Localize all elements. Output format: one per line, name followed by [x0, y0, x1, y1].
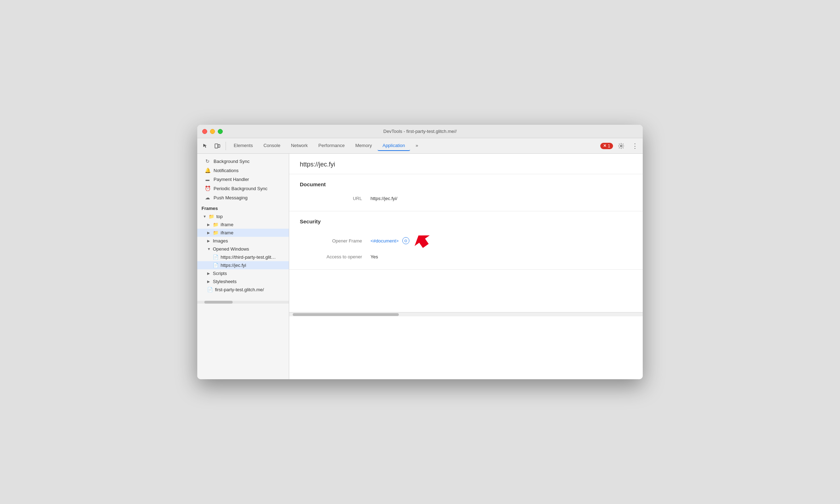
- frames-section-label: Frames: [197, 202, 289, 212]
- content-area: ↻ Background Sync 🔔 Notifications ▬ Paym…: [197, 154, 643, 379]
- settings-button[interactable]: [616, 141, 626, 151]
- traffic-lights: [202, 129, 223, 134]
- tab-console[interactable]: Console: [258, 141, 285, 151]
- tab-application[interactable]: Application: [378, 141, 410, 151]
- toolbar-right: ✕ 1 ⋮: [600, 141, 640, 151]
- code-icon[interactable]: ⊙: [402, 237, 409, 244]
- tree-label: Scripts: [213, 271, 227, 276]
- arrow-down-icon: ▼: [207, 247, 211, 251]
- access-to-opener-row: Access to opener Yes: [300, 251, 632, 262]
- page-icon: 📄: [207, 287, 213, 292]
- tree-label: https://third-party-test.glitch.me/po: [221, 254, 277, 260]
- arrow-down-icon: ▼: [203, 215, 206, 218]
- tree-item-stylesheets[interactable]: ▶ Stylesheets: [197, 277, 289, 286]
- sidebar: ↻ Background Sync 🔔 Notifications ▬ Paym…: [197, 154, 289, 379]
- tree-item-opened-windows[interactable]: ▼ Opened Windows: [197, 245, 289, 253]
- maximize-button[interactable]: [218, 129, 223, 134]
- folder-icon: 📁: [209, 214, 214, 219]
- tree-item-top[interactable]: ▼ 📁 top: [197, 212, 289, 221]
- tab-network[interactable]: Network: [286, 141, 313, 151]
- tree-item-ow2[interactable]: 📄 https://jec.fyi: [197, 261, 289, 269]
- minimize-button[interactable]: [210, 129, 215, 134]
- tab-performance[interactable]: Performance: [314, 141, 350, 151]
- opener-frame-row: Opener Frame <#document> ⊙: [300, 230, 632, 251]
- security-section: Security Opener Frame <#document> ⊙ Acce…: [289, 211, 643, 270]
- sidebar-item-label: Push Messaging: [214, 195, 247, 200]
- push-messaging-icon: ☁: [204, 195, 211, 200]
- page-icon: 📄: [213, 263, 218, 268]
- sidebar-item-push-messaging[interactable]: ☁ Push Messaging: [197, 193, 289, 202]
- close-button[interactable]: [202, 129, 207, 134]
- arrow-right-icon: ▶: [207, 271, 211, 275]
- main-panel: https://jec.fyi Document URL https://jec…: [289, 154, 643, 379]
- sidebar-scrollbar-thumb[interactable]: [204, 301, 233, 304]
- arrow-right-icon: ▶: [207, 223, 211, 227]
- sidebar-item-notifications[interactable]: 🔔 Notifications: [197, 166, 289, 175]
- device-toolbar-button[interactable]: [212, 141, 223, 151]
- tree-label: first-party-test.glitch.me/: [215, 287, 264, 292]
- devtools-window: DevTools - first-party-test.glitch.me// …: [197, 125, 643, 379]
- error-count: 1: [608, 143, 610, 148]
- notifications-icon: 🔔: [204, 168, 211, 173]
- tab-navigation: Elements Console Network Performance Mem…: [229, 141, 599, 151]
- document-section-title: Document: [300, 181, 632, 187]
- tree-label: iframe: [221, 230, 233, 235]
- sidebar-item-periodic-bg-sync[interactable]: ⏰ Periodic Background Sync: [197, 184, 289, 193]
- tab-elements[interactable]: Elements: [229, 141, 258, 151]
- window-title: DevTools - first-party-test.glitch.me//: [383, 129, 456, 134]
- periodic-sync-icon: ⏰: [204, 186, 211, 191]
- toolbar-divider: [226, 142, 226, 150]
- tree-label: https://jec.fyi: [221, 263, 246, 268]
- opener-frame-link[interactable]: <#document>: [371, 238, 399, 244]
- tree-label: top: [216, 214, 223, 219]
- access-to-opener-label: Access to opener: [300, 254, 371, 259]
- tree-item-scripts[interactable]: ▶ Scripts: [197, 269, 289, 277]
- tree-label: Stylesheets: [213, 279, 237, 284]
- sidebar-item-background-sync[interactable]: ↻ Background Sync: [197, 157, 289, 166]
- error-badge[interactable]: ✕ 1: [600, 143, 613, 149]
- svg-rect-1: [218, 145, 220, 147]
- tree-item-iframe2[interactable]: ▶ 📁 iframe: [197, 229, 289, 237]
- red-arrow-annotation: [413, 233, 431, 248]
- sidebar-item-label: Notifications: [214, 168, 239, 173]
- tree-item-first-party[interactable]: 📄 first-party-test.glitch.me/: [197, 286, 289, 294]
- main-url-header: https://jec.fyi: [289, 154, 643, 174]
- svg-rect-0: [215, 144, 218, 148]
- sidebar-item-label: Background Sync: [214, 159, 250, 164]
- tree-item-images[interactable]: ▶ Images: [197, 237, 289, 245]
- arrow-right-icon: ▶: [207, 280, 211, 283]
- tab-memory[interactable]: Memory: [350, 141, 377, 151]
- arrow-right-icon: ▶: [207, 231, 211, 235]
- error-icon: ✕: [603, 143, 606, 148]
- tree-label: iframe: [221, 222, 233, 227]
- security-section-title: Security: [300, 218, 632, 224]
- url-field-value: https://jec.fyi/: [371, 196, 397, 201]
- main-scrollbar-thumb[interactable]: [293, 313, 399, 316]
- opener-frame-value-area: <#document> ⊙: [371, 233, 431, 248]
- folder-icon: 📁: [213, 222, 218, 227]
- tree-label: Opened Windows: [213, 246, 249, 252]
- inspect-element-button[interactable]: [200, 141, 211, 151]
- sidebar-scrollbar: [197, 301, 289, 304]
- svg-marker-3: [413, 233, 431, 248]
- sidebar-item-payment-handler[interactable]: ▬ Payment Handler: [197, 175, 289, 184]
- tree-item-iframe1[interactable]: ▶ 📁 iframe: [197, 221, 289, 229]
- sidebar-item-label: Payment Handler: [214, 177, 249, 182]
- tree-item-ow1[interactable]: 📄 https://third-party-test.glitch.me/po: [197, 253, 289, 261]
- folder-icon: 📁: [213, 230, 218, 235]
- background-sync-icon: ↻: [204, 158, 211, 164]
- payment-handler-icon: ▬: [204, 177, 211, 182]
- tab-more[interactable]: »: [411, 141, 423, 151]
- more-options-button[interactable]: ⋮: [629, 141, 640, 151]
- opener-frame-label: Opener Frame: [300, 238, 371, 244]
- vertical-dots-icon: ⋮: [632, 142, 638, 150]
- url-field-row: URL https://jec.fyi/: [300, 193, 632, 204]
- page-icon: 📄: [213, 254, 218, 260]
- main-scrollbar: [289, 312, 643, 316]
- arrow-right-icon: ▶: [207, 239, 211, 243]
- svg-point-2: [620, 145, 622, 147]
- sidebar-item-label: Periodic Background Sync: [214, 186, 267, 191]
- access-to-opener-value: Yes: [371, 254, 378, 259]
- tree-label: Images: [213, 238, 228, 244]
- titlebar: DevTools - first-party-test.glitch.me//: [197, 125, 643, 138]
